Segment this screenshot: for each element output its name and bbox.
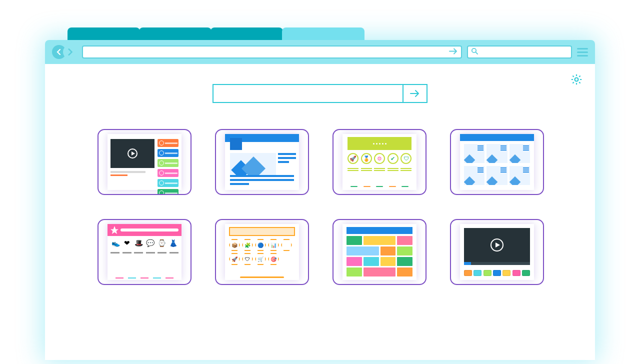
thumbnail-ecommerce[interactable]: 👟❤🎩💬⌚👗 xyxy=(98,219,192,285)
progress-bar xyxy=(464,262,530,265)
video-preview xyxy=(110,139,154,168)
gear-icon xyxy=(570,73,583,86)
chevron-right-icon xyxy=(66,48,74,56)
menu-button[interactable] xyxy=(577,48,588,56)
browser-tab-4-active[interactable] xyxy=(282,28,364,40)
svg-point-2 xyxy=(575,78,578,82)
thumbnail-video-site[interactable] xyxy=(98,129,192,195)
browser-tabs xyxy=(68,28,364,40)
address-input[interactable] xyxy=(83,46,448,58)
speed-dial-grid: 🚀 🏅 ⚙ ✔ 🛡 xyxy=(98,129,542,285)
browser-toolbar xyxy=(45,40,595,64)
page-search-submit[interactable] xyxy=(402,85,426,102)
page-content: 🚀 🏅 ⚙ ✔ 🛡 xyxy=(45,64,595,360)
play-icon xyxy=(490,238,504,252)
chevron-left-icon xyxy=(56,49,62,55)
browser-tab-3[interactable] xyxy=(210,28,283,40)
browser-tab-2[interactable] xyxy=(139,28,212,40)
toolbar-search-input[interactable] xyxy=(479,46,569,58)
page-search-input[interactable] xyxy=(214,85,402,102)
gear-icon: ⚙ xyxy=(374,153,385,164)
forward-button[interactable] xyxy=(63,45,77,59)
thumbnail-color-tiles[interactable] xyxy=(332,219,426,285)
page-search-box[interactable] xyxy=(212,84,428,103)
check-icon: ✔ xyxy=(388,153,398,164)
nav-buttons xyxy=(52,45,77,59)
hamburger-icon xyxy=(577,48,588,50)
arrow-right-icon xyxy=(410,90,420,98)
logo-icon xyxy=(110,226,118,234)
video-preview xyxy=(464,228,530,262)
browser-tab-1[interactable] xyxy=(68,28,140,40)
rocket-icon: 🚀 xyxy=(348,153,358,164)
browser-window: 🚀 🏅 ⚙ ✔ 🛡 xyxy=(45,40,595,360)
toolbar-search-bar[interactable] xyxy=(467,46,572,58)
settings-button[interactable] xyxy=(570,73,583,88)
shield-icon: 🛡 xyxy=(400,153,412,164)
go-button[interactable] xyxy=(449,47,458,58)
thumbnail-features[interactable]: 🚀 🏅 ⚙ ✔ 🛡 xyxy=(332,129,426,195)
badge-icon: 🏅 xyxy=(361,153,372,164)
arrow-right-icon xyxy=(449,48,458,55)
search-icon xyxy=(471,48,478,56)
thumbnail-blog[interactable] xyxy=(215,129,309,195)
svg-line-1 xyxy=(476,52,478,54)
image-icon xyxy=(230,153,276,175)
thumbnail-video-player[interactable] xyxy=(450,219,544,285)
play-icon xyxy=(128,148,138,158)
thumbnail-hex-icons[interactable]: 📦🧩🔵📊 🚀🛡🛒🎯 xyxy=(215,219,309,285)
thumbnail-dashboard[interactable] xyxy=(450,129,544,195)
address-bar[interactable] xyxy=(82,46,462,58)
